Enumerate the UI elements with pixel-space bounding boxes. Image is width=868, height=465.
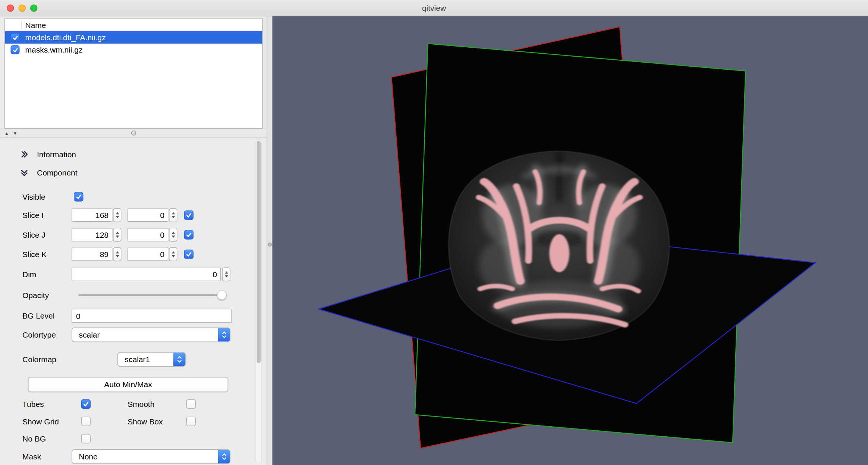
slice-i-label: Slice I: [22, 211, 44, 220]
colortype-row: Colortype scalar: [0, 328, 267, 342]
chevron-down-icon: [20, 168, 29, 177]
slice-k-input[interactable]: [72, 248, 113, 261]
control-panel: Name models.dti.dti_FA.nii.gz masks.wm.n…: [0, 16, 267, 465]
colormap-select[interactable]: scalar1: [117, 352, 186, 367]
component-controls: Information Component Visible Slice I: [0, 137, 267, 465]
visible-checkbox[interactable]: [74, 192, 84, 202]
tubes-checkbox[interactable]: [81, 399, 91, 409]
slice-i-checkbox[interactable]: [184, 211, 194, 220]
list-item-fa-volume[interactable]: models.dti.dti_FA.nii.gz: [5, 31, 262, 44]
3d-scene: [273, 16, 868, 465]
dim-input[interactable]: [72, 268, 221, 281]
opacity-slider[interactable]: [78, 290, 227, 300]
slice-i-offset-input[interactable]: [128, 209, 169, 222]
colormap-label: Colormap: [22, 355, 56, 364]
colortype-value: scalar: [72, 330, 100, 339]
check-icon: [12, 47, 18, 53]
wm-mask-checkbox[interactable]: [11, 45, 20, 54]
mask-row: Mask None: [0, 449, 267, 464]
no-bg-label: No BG: [22, 434, 46, 443]
information-section-label[interactable]: Information: [37, 150, 76, 159]
auto-minmax-button[interactable]: Auto Min/Max: [28, 377, 228, 392]
chevron-right-icon: [20, 150, 29, 159]
splitter-arrows: ▲ ▼: [4, 129, 17, 137]
slice-j-stepper[interactable]: [113, 228, 122, 242]
slice-k-offset-input[interactable]: [128, 248, 169, 261]
slider-track: [78, 294, 227, 296]
splitter-grip-icon[interactable]: [131, 130, 136, 136]
traffic-lights: [7, 0, 38, 16]
section-component[interactable]: Component: [0, 165, 267, 180]
qitview-window: qitview Name models.dti.dti_FA.nii.gz: [0, 0, 868, 465]
slice-j-label: Slice J: [22, 230, 45, 239]
collapse-up-icon[interactable]: ▲: [4, 130, 9, 136]
dim-row: Dim: [0, 267, 267, 282]
check-icon: [12, 34, 18, 41]
brain-slice: [449, 151, 669, 341]
slice-i-stepper[interactable]: [113, 208, 122, 222]
minimize-button[interactable]: [19, 4, 26, 12]
render-viewport[interactable]: [273, 16, 868, 465]
list-header[interactable]: Name: [5, 19, 262, 31]
dropdown-arrows-icon: [218, 450, 230, 464]
slice-j-offset-stepper[interactable]: [169, 228, 177, 242]
close-button[interactable]: [7, 4, 14, 12]
auto-minmax-row: Auto Min/Max: [0, 377, 267, 392]
slice-i-offset-stepper[interactable]: [169, 208, 177, 222]
dropdown-arrows-icon: [173, 353, 185, 366]
mask-select[interactable]: None: [72, 449, 230, 464]
show-box-checkbox[interactable]: [186, 417, 196, 426]
colortype-label: Colortype: [22, 330, 56, 339]
opacity-row: Opacity: [0, 288, 267, 303]
no-bg-row: No BG: [0, 431, 267, 446]
slice-j-row: Slice J: [0, 228, 267, 242]
horizontal-splitter[interactable]: ▲ ▼: [0, 129, 267, 137]
file-name: masks.wm.nii.gz: [25, 45, 83, 54]
slice-j-input[interactable]: [72, 228, 113, 241]
bg-level-label: BG Level: [22, 311, 54, 320]
opacity-label: Opacity: [22, 291, 49, 300]
show-grid-label: Show Grid: [22, 417, 59, 426]
colormap-value: scalar1: [118, 355, 150, 364]
no-bg-checkbox[interactable]: [81, 434, 91, 444]
slice-k-row: Slice K: [0, 247, 267, 262]
mask-label: Mask: [22, 452, 41, 461]
scrollbar-thumb[interactable]: [257, 141, 261, 363]
collapse-down-icon[interactable]: ▼: [13, 130, 17, 136]
show-grid-checkbox[interactable]: [81, 417, 91, 426]
show-box-label: Show Box: [128, 417, 163, 426]
slice-k-stepper[interactable]: [113, 247, 122, 262]
bg-level-input[interactable]: [72, 309, 232, 323]
slice-j-checkbox[interactable]: [184, 230, 194, 240]
colortype-select[interactable]: scalar: [72, 328, 230, 342]
check-icon: [76, 194, 82, 200]
zoom-button[interactable]: [30, 4, 38, 12]
check-icon: [186, 212, 192, 218]
visible-label: Visible: [22, 192, 45, 201]
fa-volume-checkbox[interactable]: [11, 33, 20, 42]
dataset-list: Name models.dti.dti_FA.nii.gz masks.wm.n…: [4, 19, 263, 129]
slider-thumb[interactable]: [217, 290, 227, 300]
slice-i-row: Slice I: [0, 208, 267, 222]
smooth-label: Smooth: [128, 400, 154, 409]
window-title: qitview: [422, 3, 446, 12]
slice-k-checkbox[interactable]: [184, 250, 194, 259]
splitter-grip-icon[interactable]: [268, 243, 272, 247]
tubes-label: Tubes: [22, 400, 44, 409]
section-information[interactable]: Information: [0, 147, 267, 162]
dim-label: Dim: [22, 270, 36, 279]
component-section-label[interactable]: Component: [37, 168, 78, 177]
slice-i-input[interactable]: [72, 209, 113, 222]
smooth-checkbox[interactable]: [186, 399, 196, 409]
dim-stepper[interactable]: [222, 268, 231, 282]
slice-k-offset-stepper[interactable]: [169, 247, 177, 262]
colormap-row: Colormap scalar1: [0, 352, 267, 367]
slice-j-offset-input[interactable]: [128, 228, 169, 241]
list-item-wm-mask[interactable]: masks.wm.nii.gz: [5, 44, 262, 56]
controls-scrollbar[interactable]: [256, 139, 262, 464]
check-icon: [186, 251, 192, 257]
mask-value: None: [72, 452, 98, 461]
titlebar: qitview: [0, 0, 868, 16]
panel-splitter[interactable]: [267, 16, 273, 465]
name-column-header[interactable]: Name: [25, 20, 46, 29]
